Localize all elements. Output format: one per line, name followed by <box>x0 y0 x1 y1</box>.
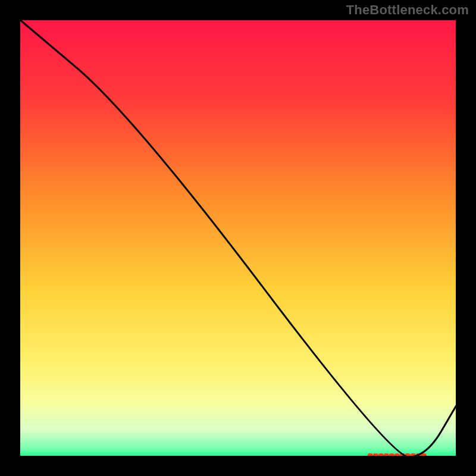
plot-area <box>19 19 457 457</box>
bottleneck-chart <box>0 0 476 476</box>
chart-container: { "watermark": "TheBottleneck.com", "cha… <box>0 0 476 476</box>
